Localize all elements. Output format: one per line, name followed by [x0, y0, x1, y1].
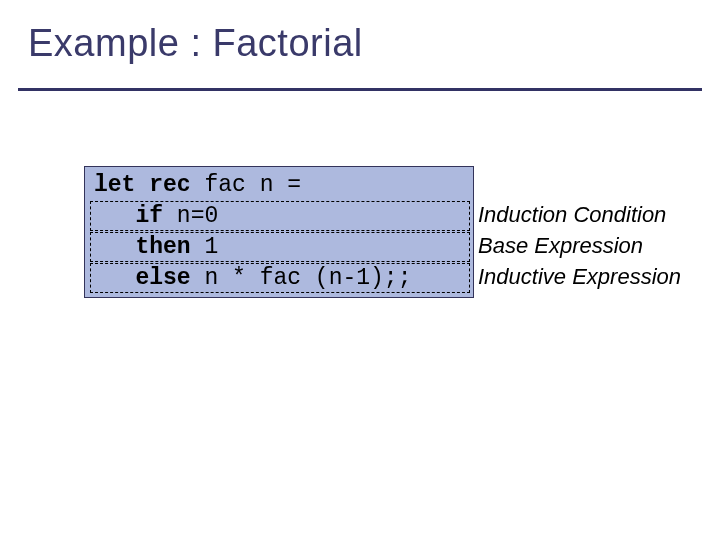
title-underline [18, 88, 702, 91]
highlight-box-base [90, 232, 470, 262]
highlight-box-condition [90, 201, 470, 231]
code-text: fac n = [191, 172, 301, 198]
keyword-let-rec: let rec [94, 172, 191, 198]
annotation-base: Base Expression [478, 233, 643, 259]
annotation-condition: Induction Condition [478, 202, 666, 228]
slide-title: Example : Factorial [28, 22, 363, 65]
slide: Example : Factorial let rec fac n = if n… [0, 0, 720, 540]
annotation-inductive: Inductive Expression [478, 264, 681, 290]
code-line-1: let rec fac n = [94, 172, 301, 198]
highlight-box-inductive [90, 263, 470, 293]
